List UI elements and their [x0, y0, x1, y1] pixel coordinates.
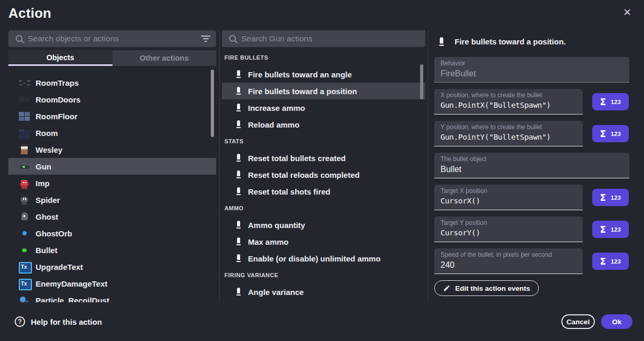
bullet-icon [236, 70, 241, 78]
section-header-ammo: AMMO [222, 200, 425, 217]
imp-icon [18, 177, 31, 189]
bullet-icon [236, 170, 241, 179]
field-label: Speed of the bullet, in pixels per secon… [440, 252, 577, 258]
object-row-particle-recoildust[interactable]: Particle_RecoilDust [8, 292, 216, 302]
action-label: Fire bullets toward an angle [248, 70, 352, 79]
field-target-y-position[interactable]: Target Y positionCursorY() [434, 217, 583, 242]
filter-icon[interactable] [200, 36, 211, 42]
object-label: Bullet [36, 246, 58, 255]
edit-button-label: Edit this action events [455, 285, 530, 292]
field-x-position-where-to-create-the-bullet[interactable]: X position, where to create the bulletGu… [434, 89, 583, 115]
object-row-wesley[interactable]: Wesley [8, 141, 216, 158]
object-row-ghostorb[interactable]: GhostOrb [8, 225, 216, 242]
sigma-icon: Σ [600, 192, 606, 203]
bullet-icon [236, 187, 241, 196]
action-row-reload-ammo[interactable]: Reload ammo [222, 116, 425, 133]
object-row-enemydamagetext[interactable]: EnemyDamageText [8, 275, 216, 292]
expression-editor-button[interactable]: Σ123 [592, 125, 629, 142]
action-label: Reload ammo [248, 120, 299, 129]
object-row-imp[interactable]: Imp [8, 175, 216, 191]
tab-other-actions[interactable]: Other actions [112, 50, 217, 66]
action-label: Reset total bullets created [248, 154, 346, 163]
expression-editor-button[interactable]: Σ123 [592, 221, 629, 238]
bullet-icon [236, 221, 241, 229]
action-row-reset-total-reloads-completed[interactable]: Reset total reloads completed [222, 166, 425, 183]
bullet-icon [236, 154, 241, 162]
bullet-icon [236, 87, 241, 95]
tab-bar: Objects Other actions [8, 50, 216, 66]
tab-objects[interactable]: Objects [8, 50, 112, 66]
field-row-target-x-position: Target X positionCursorX()Σ123 [434, 185, 636, 210]
objects-search-input[interactable] [28, 34, 196, 43]
cancel-button[interactable]: Cancel [561, 314, 595, 329]
objects-search[interactable] [8, 30, 216, 47]
objects-scrollbar[interactable] [211, 70, 214, 137]
object-row-upgradetext[interactable]: UpgradeText [8, 258, 216, 275]
particle-icon [18, 294, 31, 302]
wesley-icon [18, 144, 31, 155]
sigma-icon: Σ [600, 97, 606, 107]
field-row-speed-of-the-bullet-in-pixels-per-second: Speed of the bullet, in pixels per secon… [434, 248, 636, 274]
field-y-position-where-to-create-the-bullet[interactable]: Y position, where to create the bulletGu… [434, 121, 583, 146]
bullet-icon [236, 104, 241, 112]
expression-editor-button[interactable]: Σ123 [592, 93, 629, 110]
field-target-x-position[interactable]: Target X positionCursorX() [434, 185, 583, 210]
ok-button[interactable]: Ok [601, 314, 632, 329]
help-label: Help for this action [31, 317, 102, 326]
object-row-gun[interactable]: Gun [8, 158, 216, 175]
object-label: Wesley [36, 145, 62, 154]
sigma-icon: Σ [600, 256, 606, 267]
object-row-roomdoors[interactable]: RoomDoors [8, 91, 216, 108]
field-label: Behavior [440, 60, 623, 67]
action-label: Max ammo [248, 237, 289, 246]
edit-action-events-button[interactable]: Edit this action events [434, 280, 539, 296]
action-row-fire-bullets-toward-a-position[interactable]: Fire bullets toward a position [222, 83, 425, 99]
object-row-roomtraps[interactable]: RoomTraps [8, 74, 216, 91]
action-row-angle-variance[interactable]: Angle variance [222, 283, 425, 300]
field-row-y-position-where-to-create-the-bullet: Y position, where to create the bulletGu… [434, 121, 636, 146]
action-label: Reset total reloads completed [248, 170, 359, 179]
object-row-roomfloor[interactable]: RoomFloor [8, 108, 216, 124]
action-row-reset-total-bullets-created[interactable]: Reset total bullets created [222, 150, 425, 166]
field-row-behavior: BehaviorFireBullet [434, 57, 636, 83]
action-dialog: Action ✕ Objects Other actions RoomTraps… [0, 0, 644, 341]
help-link[interactable]: ? Help for this action [15, 316, 102, 327]
actions-search[interactable] [222, 30, 425, 47]
panel-divider [428, 30, 428, 302]
text-icon [18, 261, 31, 272]
expression-editor-button[interactable]: Σ123 [592, 189, 629, 206]
action-row-fire-bullets-toward-an-angle[interactable]: Fire bullets toward an angle [222, 66, 425, 83]
object-row-spider[interactable]: Spider [8, 191, 216, 208]
field-label: X position, where to create the bullet [440, 92, 577, 99]
actions-scrollbar[interactable] [420, 64, 423, 99]
action-row-increase-ammo[interactable]: Increase ammo [222, 99, 425, 116]
object-label: GhostOrb [36, 229, 72, 238]
actions-search-input[interactable] [241, 34, 420, 43]
field-value: Gun.PointX("BulletSpawn") [440, 100, 577, 110]
bullet-icon [439, 37, 445, 47]
close-icon[interactable]: ✕ [623, 7, 631, 17]
detail-panel: Fire bullets toward a position. Behavior… [434, 30, 636, 302]
sigma-icon: Σ [600, 224, 606, 235]
field-speed-of-the-bullet-in-pixels-per-second[interactable]: Speed of the bullet, in pixels per secon… [434, 248, 583, 274]
roomtraps-icon [18, 77, 31, 88]
action-label: Increase ammo [248, 104, 305, 112]
numeric-123-icon: 123 [611, 226, 621, 233]
sigma-icon: Σ [600, 129, 606, 139]
expression-editor-button[interactable]: Σ123 [592, 253, 629, 270]
object-label: RoomFloor [36, 112, 77, 121]
panel-divider [219, 30, 220, 302]
action-row-ammo-quantity[interactable]: Ammo quantity [222, 217, 425, 233]
spider-icon [18, 194, 31, 206]
object-label: Imp [36, 179, 50, 188]
ghost-icon [18, 211, 31, 222]
action-row-reset-total-shots-fired[interactable]: Reset total shots fired [222, 183, 425, 200]
action-row-enable-or-disable-unlimited-ammo[interactable]: Enable (or disable) unlimited ammo [222, 250, 425, 267]
field-the-bullet-object[interactable]: The bullet objectBullet [434, 153, 629, 178]
section-header-fire-bullets: FIRE BULLETS [222, 49, 425, 66]
object-label: UpgradeText [36, 263, 83, 271]
object-row-room[interactable]: Room [8, 124, 216, 141]
object-row-ghost[interactable]: Ghost [8, 208, 216, 225]
action-row-max-ammo[interactable]: Max ammo [222, 233, 425, 250]
object-row-bullet[interactable]: Bullet [8, 242, 216, 258]
